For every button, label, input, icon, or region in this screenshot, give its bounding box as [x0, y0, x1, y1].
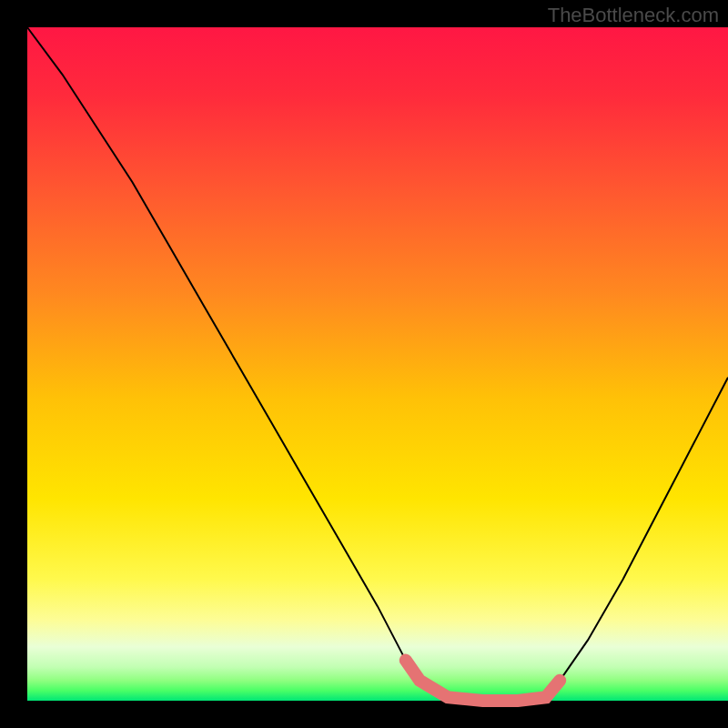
watermark-text: TheBottleneck.com	[548, 4, 719, 27]
chart-container: TheBottleneck.com	[0, 0, 728, 728]
plot-background	[27, 27, 728, 701]
bottleneck-chart	[0, 0, 728, 728]
